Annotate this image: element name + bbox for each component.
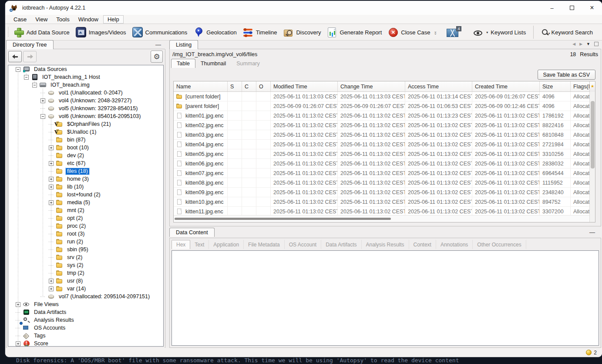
- expander-plus-icon[interactable]: [16, 302, 20, 307]
- tree-item-usr-8[interactable]: usr (8): [8, 277, 163, 285]
- content-tab-annotations[interactable]: Annotations: [436, 240, 473, 249]
- tree-item-orphanfiles-21[interactable]: $OrphanFiles (21): [8, 120, 163, 128]
- table-row-current-folder[interactable]: [current folder]2025-06-11 01:13:03 CEST…: [174, 92, 589, 101]
- table-row-kitten05-jpg-enc[interactable]: kitten05.jpg.enc2025-06-11 01:13:02 CEST…: [174, 149, 589, 159]
- expander-minus-icon[interactable]: [32, 83, 37, 88]
- maximize-panel-icon[interactable]: [594, 42, 599, 46]
- tree-item-mnt-2[interactable]: mnt (2): [8, 206, 163, 214]
- tree-item-var-14[interactable]: var (14): [8, 285, 163, 293]
- minimize-button[interactable]: –: [542, 1, 562, 15]
- tree-item-proc-2[interactable]: proc (2): [8, 222, 163, 230]
- content-tab-file-metadata[interactable]: File Metadata: [244, 240, 285, 249]
- expander-plus-icon[interactable]: [49, 185, 54, 189]
- tree-item-vol1-unallocated-0-2047[interactable]: vol1 (Unallocated: 0-2047): [8, 89, 163, 97]
- tree-item-bin-87[interactable]: bin (87): [8, 136, 163, 144]
- tree-item-media-5[interactable]: media (5): [8, 199, 163, 206]
- view-tab-thumbnail[interactable]: Thumbnail: [195, 59, 231, 68]
- table-row-kitten06-jpg-enc[interactable]: kitten06.jpg.enc2025-06-11 01:13:02 CEST…: [174, 159, 589, 169]
- menu-help[interactable]: Help: [103, 15, 124, 24]
- tree-item-etc-67[interactable]: etc (67): [8, 159, 163, 167]
- content-tab-text[interactable]: Text: [190, 240, 209, 249]
- view-tab-table[interactable]: Table: [171, 59, 195, 68]
- tree-item-os-accounts[interactable]: OS Accounts: [8, 324, 163, 332]
- content-tab-os-account[interactable]: OS Account: [285, 240, 321, 249]
- table-row-kitten07-jpg-enc[interactable]: kitten07.jpg.enc2025-06-11 01:13:02 CEST…: [174, 169, 589, 178]
- table-row-kitten02-jpg-enc[interactable]: kitten02.jpg.enc2025-06-11 01:13:02 CEST…: [174, 121, 589, 130]
- expander-plus-icon[interactable]: [49, 200, 54, 205]
- content-tab-hex[interactable]: Hex: [172, 240, 190, 249]
- tree-item-vol6-unknown-854016-2095103[interactable]: vol6 (Unknown: 854016-2095103): [8, 112, 163, 120]
- view-tab-summary[interactable]: Summary: [231, 59, 265, 68]
- tree-item-iot-breach-img[interactable]: IOT_breach.img: [8, 81, 163, 89]
- expander-plus-icon[interactable]: [49, 177, 54, 182]
- tree-item-boot-10[interactable]: boot (10): [8, 144, 163, 152]
- expander-plus-icon[interactable]: [49, 279, 54, 283]
- forward-button[interactable]: [23, 51, 37, 62]
- tree-item-tmp-2[interactable]: tmp (2): [8, 269, 163, 277]
- table-row-kitten09-jpg-enc[interactable]: kitten09.jpg.enc2025-06-11 01:13:02 CEST…: [174, 188, 589, 197]
- tree-item-vol4-unknown-2048-329727[interactable]: vol4 (Unknown: 2048-329727): [8, 97, 163, 104]
- content-tab-context[interactable]: Context: [409, 240, 436, 249]
- tree-item-srv-2[interactable]: srv (2): [8, 253, 163, 261]
- expander-plus-icon[interactable]: [49, 161, 54, 166]
- tree-item-sys-2[interactable]: sys (2): [8, 261, 163, 269]
- tree-item-opt-2[interactable]: opt (2): [8, 214, 163, 222]
- column-header-s[interactable]: S: [228, 81, 242, 91]
- table-row-kitten03-jpg-enc[interactable]: kitten03.jpg.enc2025-06-11 01:13:02 CEST…: [174, 130, 589, 140]
- close-button[interactable]: ×: [582, 1, 602, 15]
- tree-item-files-18[interactable]: files (18): [8, 167, 163, 175]
- table-row-kitten08-jpg-enc[interactable]: kitten08.jpg.enc2025-06-11 01:13:02 CEST…: [174, 178, 589, 188]
- table-row-kitten10-jpg-enc[interactable]: kitten10.jpg.enc2025-06-11 01:13:02 CEST…: [174, 197, 589, 207]
- tree-item-run-2[interactable]: run (2): [8, 238, 163, 246]
- expander-plus-icon[interactable]: [49, 145, 54, 150]
- tree-item-score[interactable]: !Score: [8, 340, 163, 347]
- expander-plus-icon[interactable]: [16, 341, 20, 346]
- horizontal-scrollbar[interactable]: [174, 215, 589, 222]
- column-header-modified-time[interactable]: Modified Time: [271, 81, 338, 91]
- table-row-kitten01-jpg-enc[interactable]: kitten01.jpg.enc2025-06-11 01:13:02 CEST…: [174, 111, 589, 121]
- column-header-created-time[interactable]: Created Time: [472, 81, 540, 91]
- discovery-button[interactable]: Discovery: [280, 26, 324, 39]
- content-tab-analysis-results[interactable]: Analysis Results: [362, 240, 409, 249]
- tree-options-button[interactable]: ⚙: [151, 51, 163, 63]
- column-header-name[interactable]: Name: [174, 81, 228, 91]
- keyword-search-button[interactable]: ▾ Keyword Search: [538, 27, 596, 37]
- communications-button[interactable]: Communications: [129, 26, 191, 39]
- column-header-o[interactable]: O: [256, 81, 271, 91]
- column-header-access-time[interactable]: Access Time: [405, 81, 472, 91]
- expander-plus-icon[interactable]: [49, 286, 54, 291]
- tab-data-content[interactable]: Data Content: [169, 228, 215, 237]
- tab-list-dropdown-icon[interactable]: ▼: [586, 42, 590, 46]
- expander-minus-icon[interactable]: [16, 67, 20, 72]
- tree-item-file-views[interactable]: File Views: [8, 300, 163, 308]
- tree-item-iot-breach-img-1-host[interactable]: IOT_breach.img_1 Host: [8, 73, 163, 81]
- geolocation-button[interactable]: Geolocation: [190, 26, 239, 39]
- tree-item-root-3[interactable]: root (3): [8, 230, 163, 238]
- timeline-button[interactable]: Timeline: [240, 26, 280, 39]
- tree-item-unalloc-1[interactable]: $Unalloc (1): [8, 128, 163, 136]
- scrollbar-thumb[interactable]: [175, 218, 391, 220]
- back-button[interactable]: [8, 51, 22, 62]
- minimize-panel-icon[interactable]: —: [589, 229, 595, 236]
- menu-case[interactable]: Case: [10, 16, 30, 23]
- tree-item-vol5-unknown-329728-854015[interactable]: vol5 (Unknown: 329728-854015): [8, 104, 163, 112]
- tree-item-analysis-results[interactable]: Analysis Results: [8, 316, 163, 324]
- table-row-kitten04-jpg-enc[interactable]: kitten04.jpg.enc2025-06-11 01:13:02 CEST…: [174, 140, 589, 149]
- expander-plus-icon[interactable]: [40, 98, 45, 103]
- column-header-flags-dir[interactable]: Flags(Dir: [571, 81, 589, 91]
- column-header-change-time[interactable]: Change Time: [338, 81, 405, 91]
- content-tab-other-occurrences[interactable]: Other Occurrences: [473, 240, 526, 249]
- ingest-messages-button[interactable]: 4: [444, 27, 461, 38]
- keyword-lists-button[interactable]: ▾ Keyword Lists: [471, 28, 529, 37]
- table-row-parent-folder[interactable]: [parent folder]2025-06-09 01:26:07 CEST2…: [174, 101, 589, 111]
- expander-minus-icon[interactable]: [40, 114, 45, 119]
- tab-listing[interactable]: Listing: [169, 40, 198, 49]
- tree-item-sbin-95[interactable]: sbin (95): [8, 246, 163, 253]
- expander-minus-icon[interactable]: [24, 75, 29, 80]
- content-tab-data-artifacts[interactable]: Data Artifacts: [321, 240, 361, 249]
- menu-view[interactable]: View: [31, 16, 51, 23]
- table-row-kitten11-jpg-enc[interactable]: kitten11.jpg.enc2025-06-11 01:13:02 CEST…: [174, 207, 589, 215]
- column-header-c[interactable]: C: [242, 81, 256, 91]
- menu-window[interactable]: Window: [74, 16, 102, 23]
- add-data-source-button[interactable]: Add Data Source: [10, 26, 73, 39]
